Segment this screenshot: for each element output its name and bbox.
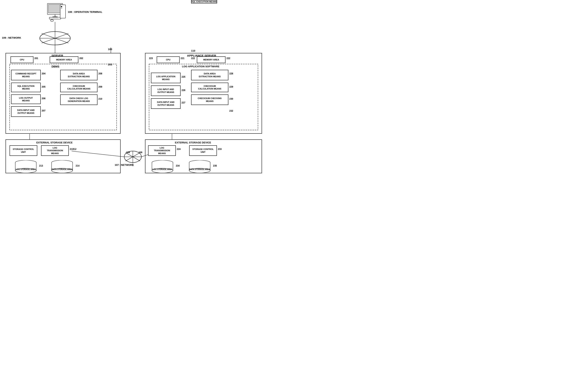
dbms-title: DBMS	[44, 65, 67, 68]
log-trans-right-box: LOG TRANSMISSION MEANS	[148, 145, 176, 156]
appliance-ref-110: 110	[191, 49, 195, 52]
data-area-right-ref: 228	[229, 72, 233, 75]
data-storage-left-cylinder: DATA STORAGE AREA	[50, 160, 74, 173]
svg-line-22	[42, 33, 68, 43]
ext-storage-left-title: EXTERNAL STORAGE DEVICE	[28, 141, 81, 144]
log-trans-left-ref2: 212	[73, 148, 76, 150]
svg-line-38	[72, 151, 124, 157]
checksum-left-box: CHECKSUM CALCULATION MEANS	[60, 83, 97, 92]
data-check-log-box: DATA CHECK LOG GENERATION MEANS	[60, 95, 97, 105]
log-io-right-ref: 226	[181, 89, 185, 92]
storage-ctrl-right-box: STORAGE CONTROL UNIT	[189, 145, 217, 156]
svg-rect-4	[49, 17, 61, 19]
checksum-right-box: CHECKSUM CALCULATION MEANS	[191, 83, 228, 92]
network-104-ref: 104	[126, 151, 130, 154]
log-trans-left-box: LOG TRANSMISSION MEANS	[41, 145, 69, 156]
svg-rect-14	[61, 8, 62, 9]
data-io-left-box: DATA INPUT AND OUTPUT MEANS	[11, 106, 41, 117]
memory-201-ref: 202	[79, 57, 83, 60]
sql-exec-left-ref: 205	[42, 85, 45, 88]
svg-point-18	[40, 32, 70, 45]
cpu-221-ref: 221	[181, 57, 184, 60]
memory-201-box: MEMORY AREA	[50, 56, 78, 63]
operation-terminal-label: 108 : OPERATION TERMINAL	[68, 11, 102, 13]
data-area-left-box: DATA AREA EXTRACTION MEANS	[60, 70, 97, 80]
log-storage-left-cylinder: LOG STORAGE AREA	[13, 160, 38, 173]
memory-221-ref: 222	[191, 57, 195, 60]
svg-line-21	[42, 33, 68, 43]
network-107-label: 107 : NETWORK	[115, 164, 134, 166]
network-106-ref: 106	[138, 151, 142, 154]
data-area-left-ref: 208	[98, 72, 102, 75]
log-app-title: LOG APPLICATION SOFTWARE	[166, 65, 235, 68]
log-trans-right-ref: 224	[177, 148, 181, 150]
svg-line-37	[126, 153, 140, 161]
checksum-left-ref: 209	[98, 85, 102, 88]
command-receipt-box: COMMAND RECEIPT MEANS	[11, 70, 41, 80]
memory-221-box: MEMORY AREA	[197, 56, 226, 63]
sql-exec-left-box: SQL EXECUTION MEANS	[11, 83, 41, 92]
svg-rect-13	[61, 6, 62, 7]
checksum-check-box: CHECKSUM CHECKING MEANS	[191, 95, 228, 105]
checksum-right-ref: 229	[229, 85, 233, 88]
data-area-right-box: DATA AREA EXTRACTION MEANS	[191, 70, 228, 80]
storage-ctrl-left-box: STORAGE CONTROL UNIT	[10, 145, 37, 156]
data-storage-left-ref: 214	[76, 165, 79, 167]
sql-exec-right-box: SQL EXECUTION MEANS	[191, 0, 217, 3]
appliance-inner-ref: 223	[149, 57, 153, 60]
log-storage-right-ref: 234	[176, 165, 180, 167]
log-storage-right-cylinder: LOG STORAGE AREA	[150, 160, 175, 173]
main-diagram: 108 : OPERATION TERMINAL 109 : NETWORK S…	[0, 0, 268, 176]
svg-point-15	[50, 20, 53, 22]
svg-rect-12	[60, 5, 66, 18]
log-storage-left-ref: 213	[39, 165, 43, 167]
cmd-receipt-ref: 204	[42, 72, 45, 75]
log-output-box: LOG OUTPUT MEANS	[11, 95, 41, 104]
dbms-ref: 203	[108, 63, 112, 66]
network-109-label: 109 : NETWORK	[2, 36, 21, 39]
cpu-201-ref: 201	[34, 57, 38, 60]
cpu-221-box: CPU	[157, 56, 180, 63]
checksum-check-ref: 230	[229, 97, 233, 100]
log-io-right-box: LOG INPUT AND OUTPUT MEANS	[151, 85, 181, 96]
log-output-ref: 206	[42, 97, 45, 100]
svg-rect-1	[48, 4, 62, 13]
cpu-201-box: CPU	[11, 56, 33, 63]
data-storage-right-cylinder: DATA STORAGE AREA	[187, 160, 212, 173]
svg-line-36	[126, 153, 140, 161]
data-io-right-box: DATA INPUT AND OUTPUT MEANS	[151, 98, 181, 109]
data-check-log-ref: 210	[98, 97, 102, 100]
log-app-means-ref: 225	[181, 75, 185, 78]
sql-exec-right-ref: 232	[229, 110, 233, 112]
data-io-right-ref: 227	[181, 101, 185, 104]
log-app-means-box: LOG APPLICATION MEANS	[151, 73, 181, 83]
server-ref: 103	[108, 48, 112, 51]
svg-rect-0	[47, 3, 63, 15]
data-storage-right-ref: 235	[213, 165, 217, 167]
ext-storage-right-title: EXTERNAL STORAGE DEVICE	[166, 141, 220, 144]
storage-ctrl-right-ref: 233	[218, 148, 222, 150]
data-io-left-ref: 207	[42, 109, 45, 112]
memory-222-ref: 222	[226, 57, 230, 60]
